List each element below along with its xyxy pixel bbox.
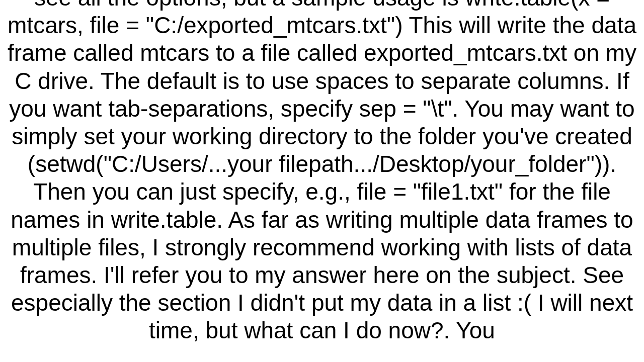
document-page: see all the options, but a sample usage … <box>0 0 644 362</box>
body-text: see all the options, but a sample usage … <box>5 0 639 344</box>
